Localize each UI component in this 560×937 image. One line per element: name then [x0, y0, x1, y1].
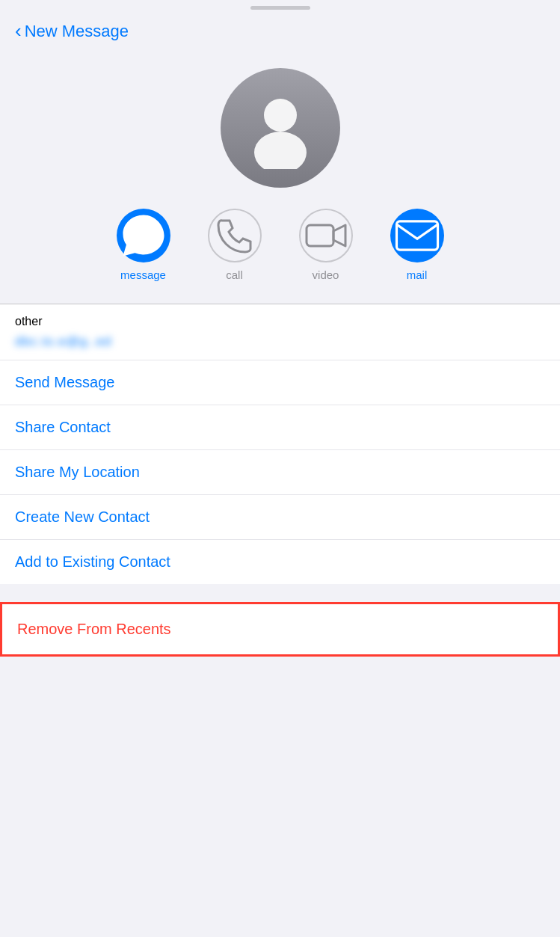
other-label: other: [0, 304, 560, 331]
mail-action[interactable]: mail: [390, 209, 444, 281]
bottom-section: Remove From Recents: [0, 602, 560, 657]
video-label: video: [313, 268, 339, 281]
call-icon: [209, 210, 260, 261]
svg-point-1: [254, 132, 307, 169]
avatar: [221, 68, 340, 188]
remove-label: Remove From Recents: [17, 621, 171, 638]
message-icon-circle: [117, 209, 170, 262]
mail-label: mail: [407, 268, 428, 281]
back-chevron-icon: ‹: [15, 21, 22, 40]
status-bar: [0, 0, 560, 13]
menu-list: Send Message Share Contact Share My Loca…: [0, 360, 560, 584]
svg-point-0: [264, 99, 297, 132]
share-location-label: Share My Location: [15, 464, 140, 481]
svg-rect-2: [307, 225, 333, 246]
share-location-item[interactable]: Share My Location: [0, 449, 560, 494]
video-action[interactable]: video: [299, 209, 353, 281]
video-icon-circle: [299, 209, 353, 262]
message-label: message: [120, 268, 166, 281]
add-existing-item[interactable]: Add to Existing Contact: [0, 539, 560, 584]
nav-header: ‹ New Message: [0, 13, 560, 53]
share-contact-label: Share Contact: [15, 419, 111, 436]
contact-section: message call video: [0, 53, 560, 304]
share-contact-item[interactable]: Share Contact: [0, 405, 560, 449]
back-label: New Message: [25, 22, 129, 41]
send-message-item[interactable]: Send Message: [0, 360, 560, 405]
message-icon: [117, 209, 170, 262]
send-message-label: Send Message: [15, 374, 114, 391]
call-action[interactable]: call: [208, 209, 262, 281]
create-contact-item[interactable]: Create New Contact: [0, 494, 560, 539]
call-icon-circle: [208, 209, 262, 262]
call-label: call: [226, 268, 243, 281]
message-action[interactable]: message: [117, 209, 170, 281]
create-contact-label: Create New Contact: [15, 509, 150, 526]
remove-from-recents-button[interactable]: Remove From Recents: [0, 602, 560, 657]
status-pill: [250, 6, 310, 10]
add-existing-label: Add to Existing Contact: [15, 553, 170, 571]
mail-icon: [390, 209, 444, 262]
email-blurred: dbc.to.e@g..ed: [0, 331, 560, 360]
contact-detail-section: other dbc.to.e@g..ed: [0, 304, 560, 360]
avatar-person-icon: [239, 87, 321, 169]
back-button[interactable]: ‹ New Message: [15, 22, 129, 41]
svg-rect-3: [396, 221, 437, 250]
action-buttons: message call video: [0, 209, 560, 281]
video-icon: [301, 210, 351, 261]
mail-icon-circle: [390, 209, 444, 262]
